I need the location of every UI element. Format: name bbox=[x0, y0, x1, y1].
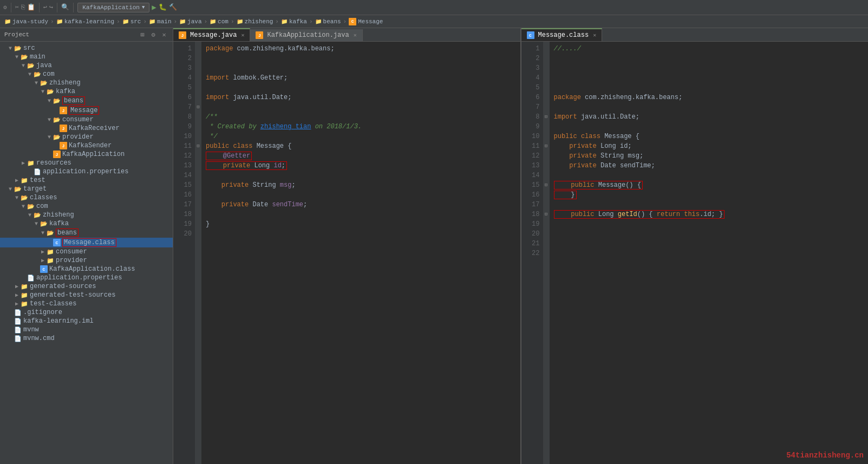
tree-item-target[interactable]: ▼📂target bbox=[0, 185, 173, 193]
tree-item-com[interactable]: ▼📂com bbox=[0, 70, 173, 79]
tree-item-provider2[interactable]: ▶📁provider bbox=[0, 256, 173, 265]
code-line-12: private String msg; bbox=[554, 151, 864, 161]
tree-item-provider[interactable]: ▼📂provider bbox=[0, 133, 173, 141]
tree-item-application.properties2[interactable]: 📄application.properties bbox=[0, 273, 173, 282]
red-box-beans: beans bbox=[62, 96, 85, 105]
tree-label-src: src bbox=[23, 44, 35, 52]
code-line-21 bbox=[554, 239, 864, 249]
tree-item-beans2[interactable]: ▼📂beans bbox=[0, 228, 173, 238]
tree-item-com2[interactable]: ▼📂com bbox=[0, 202, 173, 211]
tree-item-mvnw.cmd[interactable]: 📄mvnw.cmd bbox=[0, 334, 173, 343]
tree-item-Message[interactable]: JMessage bbox=[0, 106, 173, 115]
tab-close-kafka-java[interactable]: ✕ bbox=[354, 32, 357, 38]
tree-arrow-resources: ▶ bbox=[19, 160, 27, 166]
breadcrumb: 📁 java-study › 📁 kafka-learning › 📁 src … bbox=[0, 15, 868, 28]
tab-message-class[interactable]: C Message.class ✕ bbox=[521, 28, 603, 41]
tree-label-application.properties2: application.properties bbox=[36, 274, 122, 282]
tree-item-test-classes[interactable]: ▶📁test-classes bbox=[0, 299, 173, 308]
code-line-19 bbox=[554, 219, 864, 229]
tree-label-mvnw.cmd: mvnw.cmd bbox=[23, 335, 55, 342]
tree-item-mvnw[interactable]: 📄mvnw bbox=[0, 325, 173, 334]
tree-label-kafka2: kafka bbox=[49, 220, 69, 227]
bc-kafka[interactable]: 📁 kafka bbox=[281, 18, 307, 25]
code-line-22 bbox=[554, 249, 864, 258]
left-code-content[interactable]: package com.zhisheng.kafka.beans; import… bbox=[201, 42, 520, 464]
bc-com[interactable]: 📁 com bbox=[210, 18, 229, 25]
tree-item-resources[interactable]: ▶📁resources bbox=[0, 159, 173, 167]
tree-item-application.properties[interactable]: 📄application.properties bbox=[0, 167, 173, 176]
right-code-container: 12345678910111213141516171819202122 ⊟⊟⊟⊟… bbox=[521, 42, 869, 464]
debug-button[interactable]: 🐛 bbox=[159, 3, 167, 11]
tree-item-java[interactable]: ▼📂java bbox=[0, 61, 173, 70]
bc-main[interactable]: 📁 main bbox=[149, 18, 171, 25]
tree-item-consumer2[interactable]: ▶📁consumer bbox=[0, 247, 173, 256]
tree-item-zhisheng2[interactable]: ▼📂zhisheng bbox=[0, 211, 173, 219]
sidebar-close-icon[interactable]: ✕ bbox=[160, 30, 168, 39]
tab-close-message-java[interactable]: ✕ bbox=[241, 32, 244, 38]
tab-close-message-class[interactable]: ✕ bbox=[593, 32, 596, 38]
tree-item-KafkaSender[interactable]: JKafkaSender bbox=[0, 141, 173, 150]
sidebar-expand-icon[interactable]: ⊞ bbox=[138, 30, 147, 39]
sidebar: Project ⊞ ⚙ ✕ ▼📂src▼📂main▼📂java▼📂com▼📂zh… bbox=[0, 28, 173, 464]
bc-java-study[interactable]: 📁 java-study bbox=[4, 18, 48, 25]
tree-arrow-beans2: ▼ bbox=[39, 230, 47, 236]
tree-item-beans[interactable]: ▼📂beans bbox=[0, 96, 173, 106]
folder-icon-src: 📂 bbox=[14, 45, 22, 52]
tree-arrow-consumer2: ▶ bbox=[39, 249, 47, 255]
toolbar-icon-redo: ↪ bbox=[49, 3, 53, 11]
tab-kafka-application-java[interactable]: J KafkaApplication.java ✕ bbox=[250, 29, 362, 41]
tree-item-classes[interactable]: ▼📂classes bbox=[0, 193, 173, 202]
toolbar-icon-undo: ↩ bbox=[43, 3, 47, 11]
bc-kafka-learning[interactable]: 📁 kafka-learning bbox=[56, 18, 114, 25]
tab-message-java[interactable]: J Message.java ✕ bbox=[173, 28, 250, 41]
tree-item-KafkaApplication[interactable]: JKafkaApplication bbox=[0, 150, 173, 159]
code-line-2 bbox=[554, 54, 864, 63]
tree-item-kafka2[interactable]: ▼📂kafka bbox=[0, 219, 173, 228]
code-line-19: } bbox=[206, 219, 516, 229]
tree-item-main[interactable]: ▼📂main bbox=[0, 53, 173, 61]
run-button[interactable]: ▶ bbox=[152, 3, 156, 12]
tree-label-kafka-learning.iml: kafka-learning.iml bbox=[23, 317, 94, 325]
file-icon-.gitignore: 📄 bbox=[14, 309, 22, 316]
tree-item-src[interactable]: ▼📂src bbox=[0, 44, 173, 53]
tab-label-kafka-java: KafkaApplication.java bbox=[267, 31, 349, 39]
tree-item-zhisheng[interactable]: ▼📂zhisheng bbox=[0, 79, 173, 87]
bc-beans[interactable]: 📁 beans bbox=[315, 18, 341, 25]
bc-src[interactable]: 📁 src bbox=[122, 18, 141, 25]
app-name-label: KafkaApplication bbox=[82, 4, 140, 11]
code-line-15: public Message() { bbox=[554, 180, 864, 190]
tree-item-KafkaApplication.class[interactable]: CKafkaApplication.class bbox=[0, 265, 173, 273]
tree-item-consumer[interactable]: ▼📂consumer bbox=[0, 115, 173, 124]
tree-label-kafka: kafka bbox=[56, 88, 75, 95]
folder-icon-com2: 📂 bbox=[27, 203, 35, 210]
tree-item-.gitignore[interactable]: 📄.gitignore bbox=[0, 308, 173, 317]
right-code-content[interactable]: //..../ package com.zhisheng.kafka.beans… bbox=[550, 42, 869, 464]
build-button[interactable]: 🔨 bbox=[169, 3, 177, 11]
code-line-6: import java.util.Date; bbox=[206, 93, 516, 102]
code-line-14 bbox=[206, 171, 516, 180]
tree-item-generated-test-sources[interactable]: ▶📁generated-test-sources bbox=[0, 291, 173, 299]
folder-icon: 📁 bbox=[237, 18, 243, 25]
folder-icon-zhisheng2: 📂 bbox=[34, 212, 41, 219]
app-selector[interactable]: KafkaApplication ▼ bbox=[77, 3, 149, 12]
tree-item-kafka[interactable]: ▼📂kafka bbox=[0, 87, 173, 96]
tree-item-KafkaReceiver[interactable]: JKafkaReceiver bbox=[0, 124, 173, 133]
tree-item-test[interactable]: ▶📁test bbox=[0, 176, 173, 185]
bc-zhisheng[interactable]: 📁 zhisheng bbox=[237, 18, 273, 25]
tree-arrow-test: ▶ bbox=[13, 177, 21, 184]
code-line-4 bbox=[554, 73, 864, 83]
tree-label-zhisheng: zhisheng bbox=[49, 79, 81, 87]
tree-item-kafka-learning.iml[interactable]: 📄kafka-learning.iml bbox=[0, 317, 173, 325]
sidebar-settings-icon[interactable]: ⚙ bbox=[149, 30, 158, 39]
code-line-12: @Getter bbox=[206, 151, 516, 161]
bc-java[interactable]: 📁 java bbox=[179, 18, 201, 25]
tree-arrow-zhisheng2: ▼ bbox=[26, 212, 34, 218]
tree-item-Message.class[interactable]: CMessage.class bbox=[0, 238, 173, 247]
toolbar-icon-2: ✂ bbox=[15, 3, 19, 11]
editor-panels: J Message.java ✕ J KafkaApplication.java… bbox=[173, 28, 868, 464]
bc-message[interactable]: C Message bbox=[349, 18, 383, 25]
tree-item-generated-sources[interactable]: ▶📁generated-sources bbox=[0, 282, 173, 291]
tree-label-.gitignore: .gitignore bbox=[23, 309, 62, 316]
sidebar-title: Project bbox=[4, 31, 29, 38]
right-tab-bar: C Message.class ✕ bbox=[521, 28, 869, 42]
